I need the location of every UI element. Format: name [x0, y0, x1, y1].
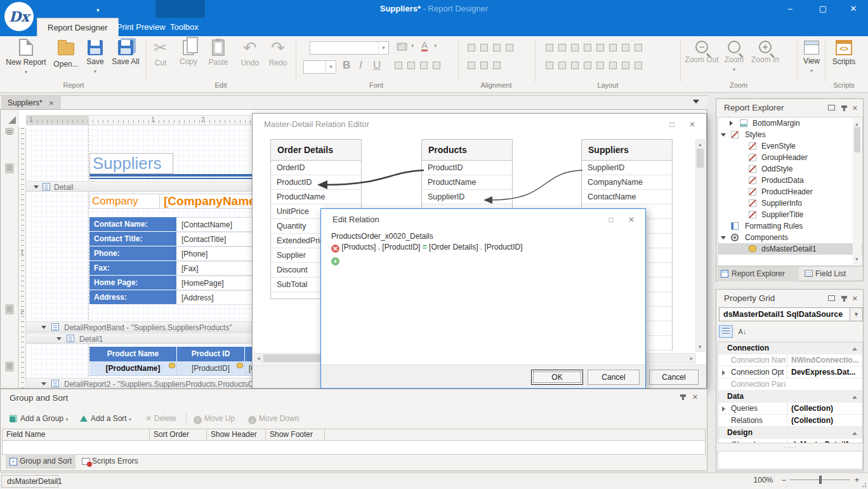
band-collapse-icon[interactable]	[41, 382, 46, 385]
increase-hspacing-icon[interactable]	[609, 44, 617, 51]
font-name-dropdown-icon[interactable]: ▼	[378, 42, 388, 54]
tree-item-style[interactable]: OddStyle	[718, 163, 862, 175]
column-sort-order[interactable]: Sort Order	[150, 429, 207, 440]
band-handle[interactable]	[5, 304, 14, 314]
collapse-icon[interactable]	[852, 432, 857, 435]
selected-object-combo[interactable]: dsMasterDetail1 SqlDataSource	[719, 307, 850, 321]
field-row[interactable]: ProductID	[271, 175, 361, 190]
expander-icon[interactable]	[721, 133, 726, 137]
decrease-vspacing-icon[interactable]	[571, 62, 579, 69]
report-title-label[interactable]: Suppliers	[89, 153, 173, 174]
panel-close-icon[interactable]: ✕	[852, 104, 858, 112]
save-button[interactable]: Save▾	[82, 39, 108, 75]
categorized-view-icon[interactable]	[719, 325, 733, 338]
property-row[interactable]: Connection Para	[718, 378, 862, 391]
info-label[interactable]: Contact Title:	[89, 232, 176, 246]
move-up-button[interactable]: ↑Move Up	[194, 412, 235, 425]
dialog-close-icon[interactable]: ✕	[686, 119, 699, 130]
font-color-dropdown-icon[interactable]: ▾	[434, 43, 437, 49]
cut-button[interactable]: ✂Cut	[150, 39, 171, 67]
collapse-icon[interactable]	[852, 396, 857, 399]
zoom-slider-handle[interactable]	[819, 476, 822, 484]
increase-vspacing-icon[interactable]	[558, 62, 566, 69]
panel-dock-icon[interactable]	[828, 295, 835, 301]
font-color-button[interactable]: A	[421, 41, 428, 51]
description-splitter[interactable]: .....	[718, 445, 863, 450]
zoom-minus-icon[interactable]: −	[782, 476, 786, 485]
field-row[interactable]: ProductName	[422, 175, 512, 190]
relation-left-expr[interactable]: [Products] . [ProductID]	[341, 243, 420, 251]
info-label[interactable]: Address:	[89, 290, 176, 305]
zoom-plus-icon[interactable]: +	[855, 476, 859, 485]
band-handle[interactable]	[5, 163, 14, 173]
tab-toolbox[interactable]: Toolbox	[160, 18, 209, 36]
band-collapse-icon[interactable]	[34, 185, 39, 189]
property-row[interactable]: (Name)dsMasterDetail1	[718, 439, 862, 443]
category-row[interactable]: Design	[718, 427, 862, 439]
tree-scrollbar[interactable]: ▴▾	[853, 118, 862, 265]
tree-item-style[interactable]: EvenStyle	[718, 140, 862, 152]
center-vertically-icon[interactable]	[609, 62, 617, 69]
close-button[interactable]: ✕	[843, 3, 864, 15]
app-logo-icon[interactable]: Dx	[4, 2, 34, 31]
band-handle[interactable]	[5, 361, 14, 372]
same-size-icon[interactable]	[584, 44, 591, 51]
document-tab-suppliers[interactable]: Suppliers*✕	[1, 96, 61, 110]
same-height-icon[interactable]	[571, 44, 579, 51]
same-width-icon[interactable]	[558, 44, 566, 51]
italic-button[interactable]: I	[359, 59, 362, 72]
redo-button[interactable]: ↷Redo	[265, 39, 291, 67]
tree-item-components[interactable]: Components	[718, 232, 862, 243]
band-handle[interactable]	[5, 128, 14, 134]
document-tab-close-icon[interactable]: ✕	[49, 100, 54, 107]
view-button[interactable]: View▾	[801, 39, 822, 74]
remove-condition-icon[interactable]: ✕	[331, 245, 339, 253]
vertical-scrollbar[interactable]: ▴▾	[695, 139, 705, 352]
product-header-cell[interactable]: Product ID	[177, 347, 245, 361]
open-button[interactable]: Open...	[51, 39, 81, 69]
field-row[interactable]: SupplierID	[422, 190, 512, 204]
scripts-button[interactable]: <>Scripts	[828, 39, 860, 66]
save-all-button[interactable]: Save All	[109, 39, 142, 66]
expander-icon[interactable]	[730, 121, 733, 126]
relation-right-expr[interactable]: [Order Details] . [ProductID]	[429, 243, 522, 251]
maximize-button[interactable]: ▢	[812, 3, 834, 15]
ok-button[interactable]: OK	[531, 370, 583, 385]
band-collapse-icon[interactable]	[41, 326, 46, 329]
column-show-footer[interactable]: Show Footer	[266, 429, 325, 440]
paste-button[interactable]: Paste	[204, 39, 232, 67]
info-label[interactable]: Contact Name:	[89, 217, 176, 232]
zoom-button[interactable]: Zoom▾	[721, 39, 747, 73]
font-size-combo[interactable]: ▼	[303, 60, 336, 74]
panel-pin-icon[interactable]	[843, 105, 845, 111]
panel-close-icon[interactable]: ✕	[852, 295, 858, 303]
tab-scripts-errors[interactable]: Scripts Errors	[78, 454, 144, 469]
copy-button[interactable]: Copy	[175, 39, 202, 66]
scrollbar-thumb[interactable]	[697, 149, 704, 168]
tree-item-style[interactable]: GroupHeader	[718, 152, 862, 163]
expander-icon[interactable]	[721, 236, 726, 239]
relation-editor-cancel-button[interactable]: Cancel	[649, 370, 699, 385]
property-row[interactable]: Queries(Collection)	[718, 403, 862, 415]
undo-button[interactable]: ↶Undo	[237, 39, 263, 67]
selected-object-dropdown-icon[interactable]: ▼	[850, 307, 863, 321]
move-down-button[interactable]: ↓Move Down	[248, 412, 299, 425]
quick-access-dropdown-icon[interactable]: ▾	[96, 7, 100, 13]
scrollbar-thumb[interactable]	[854, 127, 860, 152]
align-rights-icon[interactable]	[506, 44, 513, 51]
info-label[interactable]: Home Page:	[89, 276, 176, 290]
add-condition-icon[interactable]: +	[331, 257, 339, 265]
highlight-dropdown-icon[interactable]: ▾	[411, 43, 414, 49]
tab-report-explorer[interactable]: Report Explorer	[718, 267, 799, 281]
align-bottoms-icon[interactable]	[493, 62, 501, 69]
company-label[interactable]: Company	[89, 194, 160, 209]
collapse-icon[interactable]	[852, 347, 857, 351]
new-report-button[interactable]: New Report▾	[5, 39, 47, 76]
panel-dock-icon[interactable]	[828, 105, 835, 111]
align-centers-icon[interactable]	[493, 44, 501, 51]
tree-item-style[interactable]: ProductData	[718, 175, 862, 186]
field-row[interactable]: CompanyName	[582, 175, 672, 190]
tree-item-formatting-rules[interactable]: Formatting Rules	[718, 220, 862, 232]
text-highlight-button[interactable]: ab	[397, 43, 407, 51]
align-text-justify-icon[interactable]	[433, 62, 440, 69]
